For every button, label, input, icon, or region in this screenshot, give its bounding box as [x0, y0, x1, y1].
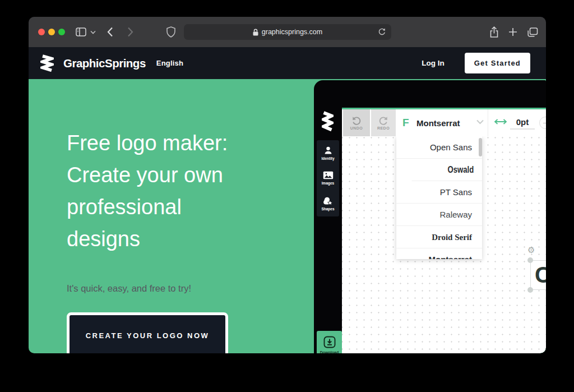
- back-icon[interactable]: [107, 17, 113, 47]
- lock-icon: [253, 29, 258, 36]
- browser-toolbar: graphicsprings.com: [29, 17, 546, 47]
- address-bar[interactable]: graphicsprings.com: [184, 24, 391, 40]
- undo-button[interactable]: UNDO: [343, 109, 370, 136]
- page-title: Free logo maker: Create your own profess…: [67, 127, 228, 255]
- font-option-open-sans[interactable]: Open Sans: [396, 136, 482, 159]
- browser-window: graphicsprings.com GraphicSprings Englis…: [29, 17, 546, 353]
- toolbar-divider: [488, 109, 488, 136]
- brand-name[interactable]: GraphicSprings: [63, 57, 146, 70]
- site-header: GraphicSprings English Log In Get Starte…: [29, 47, 546, 79]
- create-logo-button-label: CREATE YOUR LOGO NOW: [70, 331, 225, 340]
- headline-line-1: Free logo maker:: [67, 127, 228, 159]
- download-button[interactable]: Download: [317, 331, 342, 353]
- font-option-montserrat[interactable]: Montserrat: [396, 248, 482, 259]
- sidebar-toggle-icon[interactable]: [76, 17, 86, 47]
- font-dropdown: Open Sans Oswald PT Sans Raleway Droid S…: [396, 136, 482, 259]
- close-window-button[interactable]: [38, 29, 45, 35]
- image-icon: [323, 171, 334, 179]
- sidebar-item-images[interactable]: Images: [317, 165, 339, 191]
- selection-handle-top[interactable]: [527, 257, 533, 263]
- selection-handle-bottom[interactable]: [527, 287, 533, 293]
- sidebar-item-shapes[interactable]: Shapes: [317, 191, 339, 216]
- font-field-prefix: F: [402, 117, 409, 129]
- url-text: graphicsprings.com: [262, 28, 322, 36]
- tab-overview-icon[interactable]: [527, 17, 538, 47]
- letter-spacing-input[interactable]: 0pt: [510, 117, 535, 130]
- font-select[interactable]: Montserrat: [416, 118, 460, 128]
- language-selector[interactable]: English: [156, 59, 183, 67]
- login-link[interactable]: Log In: [422, 59, 445, 67]
- font-option-raleway[interactable]: Raleway: [396, 204, 482, 226]
- editor-sidebar: Identity Images Shapes: [317, 140, 339, 216]
- sidebar-item-label: Shapes: [321, 207, 334, 211]
- download-icon: [323, 335, 336, 349]
- graphicsprings-logo-icon: [40, 54, 54, 72]
- fullscreen-window-button[interactable]: [58, 29, 65, 35]
- gear-icon[interactable]: ⚙: [527, 245, 535, 255]
- privacy-shield-icon[interactable]: [166, 17, 175, 47]
- shapes-icon: [323, 196, 333, 205]
- redo-icon: [378, 116, 388, 125]
- chevron-down-icon[interactable]: [90, 17, 96, 47]
- person-icon: [323, 146, 333, 155]
- sidebar-item-label: Images: [322, 181, 334, 185]
- headline-line-4: designs: [67, 223, 228, 255]
- undo-icon: [351, 116, 362, 125]
- hero-section: Free logo maker: Create your own profess…: [29, 79, 546, 353]
- sidebar-item-identity[interactable]: Identity: [317, 140, 339, 165]
- redo-label: REDO: [377, 126, 390, 130]
- forward-icon[interactable]: [127, 17, 133, 47]
- sidebar-item-label: Identity: [321, 156, 334, 160]
- font-chevron-down-icon[interactable]: [476, 119, 484, 124]
- reload-icon[interactable]: [378, 27, 386, 36]
- create-logo-button[interactable]: CREATE YOUR LOGO NOW: [67, 312, 228, 353]
- letter-spacing-icon: [494, 118, 507, 125]
- font-option-pt-sans[interactable]: PT Sans: [396, 181, 482, 204]
- spacing-decrease-button[interactable]: –: [539, 117, 546, 129]
- new-tab-icon[interactable]: [508, 17, 517, 47]
- minimize-window-button[interactable]: [48, 29, 55, 35]
- download-label: Download: [320, 351, 339, 353]
- headline-line-3: professional: [67, 191, 228, 223]
- logo-editor-preview: Identity Images Shapes Download UNDO: [314, 80, 546, 353]
- editor-toolbar: UNDO REDO F Montserrat 0pt – +: [342, 108, 546, 136]
- dropdown-scrollbar[interactable]: [479, 138, 482, 156]
- get-started-button[interactable]: Get Started: [465, 53, 530, 73]
- canvas-text[interactable]: Co: [535, 262, 546, 288]
- design-canvas[interactable]: Open Sans Oswald PT Sans Raleway Droid S…: [342, 136, 546, 353]
- hero-subtext: It's quick, easy, and free to try!: [67, 283, 191, 294]
- share-icon[interactable]: [489, 17, 499, 47]
- headline-line-2: Create your own: [67, 159, 228, 191]
- redo-button[interactable]: REDO: [371, 109, 396, 136]
- editor-logo-icon: [322, 110, 334, 132]
- font-option-oswald[interactable]: Oswald: [412, 159, 482, 181]
- undo-label: UNDO: [350, 126, 363, 130]
- font-option-droid-serif[interactable]: Droid Serif: [396, 226, 482, 248]
